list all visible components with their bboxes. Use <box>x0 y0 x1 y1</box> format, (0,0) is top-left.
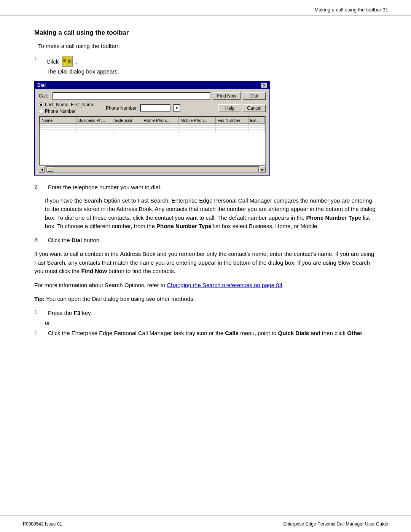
radio-lastname[interactable]: Last_Name, First_Name <box>39 102 94 107</box>
link-period: . <box>284 282 285 288</box>
table-header: Name Business Ph... Extension Home Phon.… <box>40 117 265 124</box>
find-now-button[interactable]: Find Now <box>213 92 241 100</box>
footer-right: Enterprise Edge Personal Call Manager Us… <box>284 521 388 527</box>
col-business: Business Ph... <box>76 117 113 124</box>
scroll-right-arrow[interactable]: ▶ <box>260 166 266 173</box>
col-name: Name <box>40 117 77 124</box>
step-3-post: button. <box>83 237 101 243</box>
step-2-wrapper: 2. Enter the telephone number you want t… <box>34 183 377 192</box>
step-1-num: 1. <box>34 56 45 62</box>
tip-item-2-num: 1. <box>34 329 45 335</box>
tip-item2-mid: menu, point to <box>240 330 276 336</box>
step-2-num: 2. <box>34 183 45 190</box>
dialog-body: Call: Find Now Dial Last_Name, First_Nam… <box>35 89 269 175</box>
radio-phonenumber-circle <box>39 109 43 113</box>
steps-list: 1. Click <box>34 56 377 75</box>
tip-text: You can open the Dial dialog box using t… <box>46 296 195 302</box>
step-2-bold2: Phone Number Type <box>156 223 212 229</box>
col-home: Home Phon... <box>142 117 179 124</box>
call-label: Call: <box>39 93 50 99</box>
intro-text: To make a call using the toolbar: <box>38 43 377 49</box>
footer-left: P0908542 Issue 01 <box>23 521 62 527</box>
tip-item2-bold2: Quick Dials <box>278 330 309 336</box>
tip-label: Tip: <box>34 296 45 302</box>
step-3-wrapper: 3. Click the Dial button. <box>34 236 377 245</box>
radio-phonenumber-label: Phone Number <box>45 109 76 114</box>
call-input[interactable] <box>53 92 210 100</box>
step-1-click-text: Click <box>46 58 59 65</box>
step-3: Click the Dial button. <box>48 236 101 245</box>
dial-button[interactable]: Dial <box>243 92 266 100</box>
col-fax: Fax Number <box>216 117 249 124</box>
radio-group: Last_Name, First_Name Phone Number <box>39 102 94 114</box>
col-extension: Extension <box>113 117 142 124</box>
section-title: Making a call using the toolbar <box>34 29 377 37</box>
tip-item2-bold3: Other <box>347 330 362 336</box>
phone-type-dropdown[interactable]: ▼ <box>173 104 180 112</box>
phone-number-label: Phone Number: <box>106 105 138 111</box>
horizontal-scrollbar[interactable]: ◀ ▶ <box>39 166 266 173</box>
header-text: Making a call using the toolbar 31 <box>314 7 388 13</box>
find-now-end: button to find the contacts. <box>108 268 175 274</box>
svg-point-4 <box>70 60 71 61</box>
tip-item2-pre: Click the Enterprise Edge Personal Call … <box>48 330 223 336</box>
step-2-bold1: Phone Number Type <box>306 214 362 221</box>
step-1-content: Click <box>46 56 377 75</box>
help-button[interactable]: Help <box>218 104 241 112</box>
step-1: 1. Click <box>34 56 377 75</box>
link-pre: For more information about Search Option… <box>34 282 165 288</box>
search-preferences-link[interactable]: Changing the Search preferences on page … <box>167 282 283 288</box>
find-now-bold: Find Now <box>81 268 107 274</box>
tip-item2-final: . <box>364 330 365 336</box>
step-2-text: Enter the telephone number you want to d… <box>48 183 162 192</box>
radio-phonenumber[interactable]: Phone Number <box>39 109 94 114</box>
phone-number-group: Phone Number: ▼ <box>106 104 180 112</box>
content-area: Making a call using the toolbar To make … <box>0 16 411 355</box>
tip-item-1-num: 1. <box>34 309 45 315</box>
page-footer: P0908542 Issue 01 Enterprise Edge Person… <box>0 516 411 532</box>
dial-toolbar-icon <box>62 56 73 67</box>
tip-item-2-wrapper: 1. Click the Enterprise Edge Personal Ca… <box>34 329 377 338</box>
tip-f3-post: key. <box>82 310 92 316</box>
step-1-sub: The Dial dialog box appears. <box>46 68 377 75</box>
phone-number-input[interactable] <box>140 104 170 112</box>
svg-point-2 <box>68 60 69 61</box>
step-1-line: Click <box>46 56 377 67</box>
scroll-left-arrow[interactable]: ◀ <box>39 166 45 173</box>
table-body <box>40 124 265 133</box>
col-email: Em... <box>248 117 264 124</box>
scroll-thumb-h[interactable] <box>47 167 53 172</box>
radio-row: Last_Name, First_Name Phone Number Phone… <box>39 102 266 114</box>
page-header: Making a call using the toolbar 31 <box>0 0 411 16</box>
col-mobile: Mobile Phon... <box>179 117 216 124</box>
dialog-close-button[interactable]: ✕ <box>261 83 267 88</box>
table-row[interactable] <box>40 131 265 133</box>
step-2-end: list box select Business, Home, or Mobil… <box>213 223 319 229</box>
link-para: For more information about Search Option… <box>34 281 377 290</box>
dialog-title: Dial <box>37 83 46 88</box>
table-header-row: Name Business Ph... Extension Home Phon.… <box>40 117 265 124</box>
results-table: Name Business Ph... Extension Home Phon.… <box>40 117 265 133</box>
svg-point-3 <box>69 60 70 61</box>
step-1-suffix: . <box>76 58 77 65</box>
svg-point-5 <box>68 61 69 62</box>
tip-item2-end: and then click <box>311 330 346 336</box>
page-container: Making a call using the toolbar 31 Makin… <box>0 0 411 532</box>
call-row: Call: Find Now Dial <box>39 92 266 100</box>
cancel-button[interactable]: Cancel <box>243 104 266 112</box>
tip-item2-bold1: Calls <box>225 330 239 336</box>
tip-f3-pre: Press the <box>48 310 72 316</box>
tip-f3-bold: F3 <box>74 310 81 316</box>
dialog-table-wrapper: Name Business Ph... Extension Home Phon.… <box>39 116 266 166</box>
svg-point-7 <box>70 61 71 62</box>
svg-point-6 <box>69 61 70 62</box>
radio-lastname-circle <box>39 102 43 107</box>
or-text: or <box>45 320 377 326</box>
step-3-pre: Click the <box>48 237 70 243</box>
radio-lastname-label: Last_Name, First_Name <box>45 102 94 107</box>
svg-rect-8 <box>68 62 70 62</box>
step-2-detail-block: If you have the Search Option set to Fas… <box>45 197 377 231</box>
scroll-track-h[interactable] <box>46 166 259 173</box>
step-2-detail: If you have the Search Option set to Fas… <box>45 197 377 231</box>
help-cancel-group: Help Cancel <box>218 104 266 112</box>
